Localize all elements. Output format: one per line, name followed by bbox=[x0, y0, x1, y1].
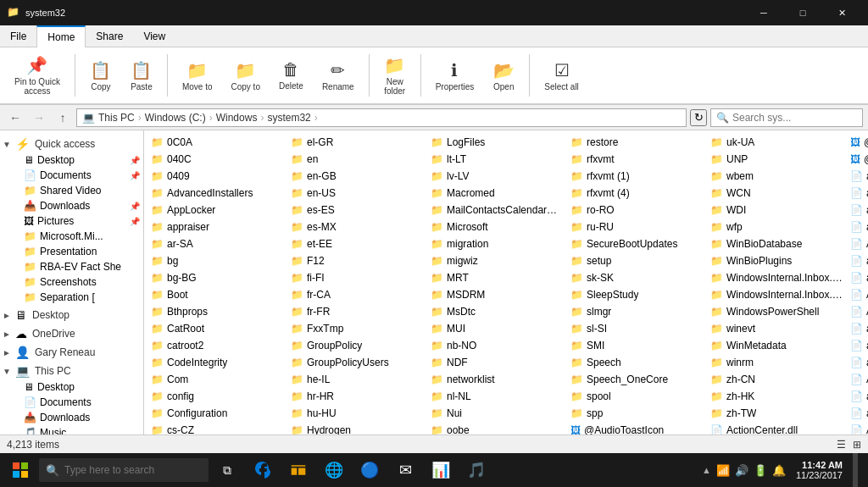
list-item[interactable]: 📁uk-UA bbox=[707, 134, 847, 151]
list-item[interactable]: 📁Configuration bbox=[147, 405, 287, 422]
sidebar-header-thispc[interactable]: ▼ 💻 This PC bbox=[0, 362, 143, 379]
address-bar[interactable]: 💻 This PC › Windows (C:) › Windows › sys… bbox=[76, 108, 687, 127]
list-item[interactable]: 📁FxxTmp bbox=[287, 320, 427, 337]
list-item[interactable]: 📁WinMetadata bbox=[707, 337, 847, 354]
list-item[interactable]: 📁lt-LT bbox=[427, 151, 567, 168]
list-item[interactable]: 📁UNP bbox=[707, 151, 847, 168]
list-item[interactable]: 📁spp bbox=[567, 405, 707, 422]
list-item[interactable]: 📁Speech bbox=[567, 354, 707, 371]
view-tiles-icon[interactable]: ⊞ bbox=[853, 439, 861, 451]
list-item[interactable]: 📁CatRoot bbox=[147, 320, 287, 337]
maximize-button[interactable]: □ bbox=[783, 0, 822, 25]
list-item[interactable]: 📄adauthhelper.dll bbox=[847, 168, 868, 185]
list-item[interactable]: 📁spool bbox=[567, 388, 707, 405]
back-button[interactable]: ← bbox=[5, 108, 25, 128]
list-item[interactable]: 📁et-EE bbox=[287, 235, 427, 252]
list-item[interactable]: 🖼@AudioToastIcon bbox=[567, 422, 707, 434]
list-item[interactable]: 📄ActionCenter.dll bbox=[707, 422, 847, 434]
list-item[interactable]: 📁WindowsPowerShell bbox=[707, 303, 847, 320]
sidebar-item-music[interactable]: 🎵 Music bbox=[0, 425, 143, 434]
list-item[interactable]: 📁fr-FR bbox=[287, 303, 427, 320]
sidebar-header-desktop[interactable]: ► 🖥 Desktop bbox=[0, 307, 143, 324]
sidebar-item-downloads-qa[interactable]: 📥 Downloads 📌 bbox=[0, 198, 143, 213]
list-item[interactable]: 📁hr-HR bbox=[287, 388, 427, 405]
list-item[interactable]: 📄accessibility.cpl.dll bbox=[847, 252, 868, 269]
list-item[interactable]: 📁Bthprops bbox=[147, 303, 287, 320]
list-item[interactable]: 📁AdvancedInstallers bbox=[147, 185, 287, 202]
list-item[interactable]: 📄acmigration.dll bbox=[847, 354, 868, 371]
sidebar-item-microsoftmi[interactable]: 📁 Microsoft.Mi... bbox=[0, 229, 143, 244]
list-item[interactable]: 📁he-IL bbox=[287, 371, 427, 388]
list-item[interactable]: 📁zh-HK bbox=[707, 388, 847, 405]
list-item[interactable]: 📁Boot bbox=[147, 286, 287, 303]
close-button[interactable]: ✕ bbox=[822, 0, 861, 25]
list-item[interactable]: 📁0C0A bbox=[147, 134, 287, 151]
taskbar-taskview-button[interactable]: ⧉ bbox=[210, 453, 244, 487]
list-item[interactable]: 📁wfp bbox=[707, 219, 847, 235]
list-item[interactable]: 📁cs-CZ bbox=[147, 422, 287, 434]
battery-icon[interactable]: 🔋 bbox=[754, 464, 767, 477]
list-item[interactable]: 📁catroot2 bbox=[147, 337, 287, 354]
list-item[interactable]: 📁Com bbox=[147, 371, 287, 388]
ribbon-btn-moveto[interactable]: 📁 Move to bbox=[175, 56, 220, 96]
taskbar-excel-button[interactable]: 📊 bbox=[424, 453, 458, 487]
list-item[interactable]: 📁sl-SI bbox=[567, 320, 707, 337]
ribbon-tab-file[interactable]: File bbox=[0, 25, 36, 47]
show-desktop-button[interactable] bbox=[853, 453, 858, 487]
list-item[interactable]: 📁rfxvmt (4) bbox=[567, 185, 707, 202]
taskbar-search-input[interactable] bbox=[64, 464, 202, 476]
list-item[interactable]: 📁ru-RU bbox=[567, 219, 707, 235]
list-item[interactable]: 📁WinBioPlugins bbox=[707, 252, 847, 269]
list-item[interactable]: 🖼@WwanNotificationIcon bbox=[847, 134, 868, 151]
list-item[interactable]: 📄accountaccessor.dll bbox=[847, 269, 868, 286]
list-item[interactable]: 📁el-GR bbox=[287, 134, 427, 151]
list-item[interactable]: 📁MRT bbox=[427, 269, 567, 286]
list-item[interactable]: 📁Hydrogen bbox=[287, 422, 427, 434]
ribbon-btn-paste[interactable]: 📋 Paste bbox=[123, 56, 160, 96]
list-item[interactable]: 📄acppage.dll bbox=[847, 388, 868, 405]
network-tray-icon[interactable]: 📶 bbox=[716, 464, 730, 477]
sidebar-item-pictures-qa[interactable]: 🖼 Pictures 📌 bbox=[0, 213, 143, 229]
taskbar-explorer-button[interactable] bbox=[281, 453, 315, 487]
list-item[interactable]: 📁MUI bbox=[427, 320, 567, 337]
list-item[interactable]: 📁config bbox=[147, 388, 287, 405]
list-item[interactable]: 📁bg bbox=[147, 252, 287, 269]
list-item[interactable]: 📁0409 bbox=[147, 168, 287, 185]
list-item[interactable]: 📁AppLocker bbox=[147, 202, 287, 219]
list-item[interactable]: 📁zh-TW bbox=[707, 405, 847, 422]
list-item[interactable]: 📁zh-CN bbox=[707, 371, 847, 388]
taskbar-search-box[interactable]: 🔍 bbox=[39, 458, 209, 482]
search-bar[interactable]: 🔍 bbox=[710, 108, 863, 127]
list-item[interactable]: 📄AJRouter.dll bbox=[847, 422, 868, 434]
refresh-button[interactable]: ↻ bbox=[690, 109, 707, 126]
minimize-button[interactable]: ─ bbox=[744, 0, 783, 25]
sidebar-item-desktop-qa[interactable]: 🖥 Desktop 📌 bbox=[0, 152, 143, 168]
list-item[interactable]: 📁appraiser bbox=[147, 219, 287, 235]
list-item[interactable]: 📄AboveLockAppHost.dll bbox=[847, 235, 868, 252]
list-item[interactable]: 📁MSDRM bbox=[427, 286, 567, 303]
ribbon-btn-pin[interactable]: 📌 Pin to Quickaccess bbox=[7, 51, 68, 100]
list-item[interactable]: 📁networklist bbox=[427, 371, 567, 388]
list-item[interactable]: 📁bg-BG bbox=[147, 269, 287, 286]
sidebar-item-rba[interactable]: 📁 RBA-EV Fact She bbox=[0, 259, 143, 274]
notification-icon[interactable]: 🔔 bbox=[772, 464, 786, 477]
list-item[interactable]: 📁rfxvmt (1) bbox=[567, 168, 707, 185]
list-item[interactable]: 📁rfxvmt bbox=[567, 151, 707, 168]
taskbar-media-button[interactable]: 🎵 bbox=[459, 453, 493, 487]
list-item[interactable]: 📁en bbox=[287, 151, 427, 168]
list-item[interactable]: 📄aadjcsp.dll bbox=[847, 202, 868, 219]
list-item[interactable]: 📁WDI bbox=[707, 202, 847, 219]
sidebar-header-quickaccess[interactable]: ▼ ⚡ Quick access bbox=[0, 136, 143, 152]
taskbar-ie-button[interactable]: 🔵 bbox=[353, 453, 387, 487]
list-item[interactable]: 📄AccountsRt.dll bbox=[847, 286, 868, 303]
list-item[interactable]: 📁WindowsInternal.Inbox.Shared bbox=[707, 286, 847, 303]
list-item[interactable]: 📁SecureBootUpdates bbox=[567, 235, 707, 252]
list-item[interactable]: 📁LogFiles bbox=[427, 134, 567, 151]
list-item[interactable]: 📁MailContactsCalendarSync bbox=[427, 202, 567, 219]
sidebar-item-desktop-pc[interactable]: 🖥 Desktop bbox=[0, 379, 143, 395]
sidebar-item-downloads-pc[interactable]: 📥 Downloads bbox=[0, 410, 143, 425]
list-item[interactable]: 📁Nui bbox=[427, 405, 567, 422]
sidebar-header-gary[interactable]: ► 👤 Gary Reneau bbox=[0, 344, 143, 361]
list-item[interactable]: 📄ACPBackgroundManagerPolicy.dll bbox=[847, 371, 868, 388]
list-item[interactable]: 📁Speech_OneCore bbox=[567, 371, 707, 388]
